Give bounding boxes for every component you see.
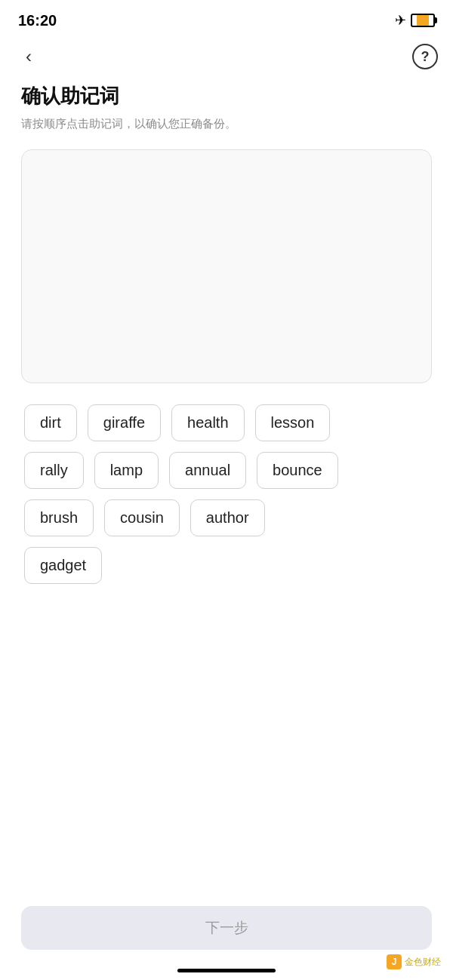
- word-chip-dirt[interactable]: dirt: [24, 404, 77, 441]
- page-title: 确认助记词: [21, 83, 432, 109]
- word-chip-health[interactable]: health: [171, 404, 245, 441]
- word-row: brushcousinauthor: [24, 499, 429, 536]
- status-icons: ✈: [395, 12, 435, 29]
- word-chip-author[interactable]: author: [190, 499, 265, 536]
- word-chip-gadget[interactable]: gadget: [24, 547, 102, 584]
- back-button[interactable]: ‹: [15, 43, 42, 70]
- word-chip-rally[interactable]: rally: [24, 452, 84, 489]
- page-subtitle: 请按顺序点击助记词，以确认您正确备份。: [21, 115, 432, 133]
- status-bar: 16:20 ✈: [0, 0, 453, 38]
- word-row: dirtgiraffehealthlesson: [24, 404, 429, 441]
- word-chip-lamp[interactable]: lamp: [94, 452, 159, 489]
- word-grid: dirtgiraffehealthlessonrallylampannualbo…: [21, 404, 432, 584]
- help-button[interactable]: ?: [412, 44, 438, 69]
- bottom-area: 下一步: [0, 894, 453, 980]
- word-chip-lesson[interactable]: lesson: [255, 404, 331, 441]
- status-time: 16:20: [18, 12, 57, 29]
- word-chip-giraffe[interactable]: giraffe: [88, 404, 161, 441]
- word-chip-annual[interactable]: annual: [169, 452, 246, 489]
- word-chip-bounce[interactable]: bounce: [257, 452, 338, 489]
- nav-bar: ‹ ?: [0, 38, 453, 75]
- word-chip-brush[interactable]: brush: [24, 499, 94, 536]
- battery-fill: [417, 15, 430, 26]
- home-indicator: [177, 969, 276, 972]
- next-button[interactable]: 下一步: [21, 906, 432, 950]
- watermark-text: 金色财经: [405, 956, 441, 969]
- word-chip-cousin[interactable]: cousin: [104, 499, 180, 536]
- watermark: J 金色财经: [387, 954, 441, 969]
- battery-icon: [411, 14, 435, 27]
- airplane-icon: ✈: [395, 12, 406, 29]
- word-row: gadget: [24, 547, 429, 584]
- word-row: rallylampannualbounce: [24, 452, 429, 489]
- selection-area: [21, 149, 432, 383]
- watermark-icon: J: [387, 954, 402, 969]
- page-content: 确认助记词 请按顺序点击助记词，以确认您正确备份。 dirtgiraffehea…: [0, 75, 453, 584]
